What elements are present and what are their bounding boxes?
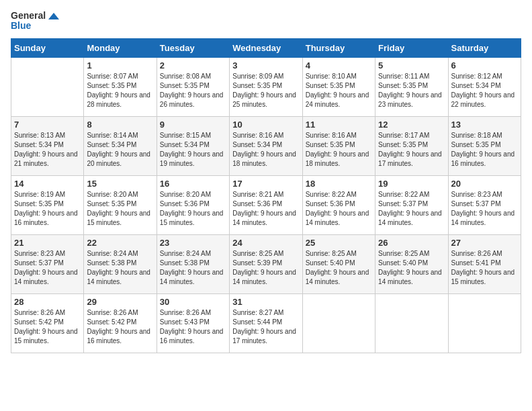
day-info: Sunrise: 8:25 AMSunset: 5:40 PMDaylight:… (306, 249, 372, 287)
day-number: 22 (87, 238, 153, 248)
week-row-4: 21Sunrise: 8:23 AMSunset: 5:37 PMDayligh… (11, 234, 521, 293)
day-cell (375, 293, 448, 353)
day-info: Sunrise: 8:19 AMSunset: 5:35 PMDaylight:… (14, 190, 81, 228)
day-info: Sunrise: 8:16 AMSunset: 5:35 PMDaylight:… (306, 131, 372, 169)
day-cell: 19Sunrise: 8:22 AMSunset: 5:37 PMDayligh… (375, 175, 448, 234)
calendar-table: SundayMondayTuesdayWednesdayThursdayFrid… (11, 38, 521, 353)
day-number: 13 (451, 120, 518, 130)
day-cell: 16Sunrise: 8:20 AMSunset: 5:36 PMDayligh… (157, 175, 229, 234)
day-info: Sunrise: 8:27 AMSunset: 5:44 PMDaylight:… (232, 308, 299, 346)
day-info: Sunrise: 8:26 AMSunset: 5:42 PMDaylight:… (14, 308, 81, 346)
day-number: 21 (14, 238, 81, 248)
day-cell: 7Sunrise: 8:13 AMSunset: 5:34 PMDaylight… (11, 116, 84, 175)
day-info: Sunrise: 8:14 AMSunset: 5:34 PMDaylight:… (87, 131, 153, 169)
day-number: 20 (451, 179, 518, 189)
day-number: 23 (160, 238, 226, 248)
weekday-header-saturday: Saturday (448, 38, 521, 57)
day-cell: 25Sunrise: 8:25 AMSunset: 5:40 PMDayligh… (302, 234, 375, 293)
day-cell: 21Sunrise: 8:23 AMSunset: 5:37 PMDayligh… (11, 234, 84, 293)
day-cell: 11Sunrise: 8:16 AMSunset: 5:35 PMDayligh… (302, 116, 375, 175)
day-info: Sunrise: 8:21 AMSunset: 5:36 PMDaylight:… (232, 190, 299, 228)
day-info: Sunrise: 8:24 AMSunset: 5:38 PMDaylight:… (87, 249, 153, 287)
day-number: 7 (14, 120, 81, 130)
day-number: 18 (306, 179, 372, 189)
day-info: Sunrise: 8:20 AMSunset: 5:36 PMDaylight:… (160, 190, 226, 228)
day-info: Sunrise: 8:13 AMSunset: 5:34 PMDaylight:… (14, 131, 81, 169)
weekday-header-friday: Friday (375, 38, 448, 57)
day-cell: 6Sunrise: 8:12 AMSunset: 5:34 PMDaylight… (448, 57, 521, 116)
day-cell: 5Sunrise: 8:11 AMSunset: 5:35 PMDaylight… (375, 57, 448, 116)
day-number: 10 (232, 120, 299, 130)
day-cell (448, 293, 521, 353)
logo-blue: Blue (11, 21, 59, 31)
day-cell: 4Sunrise: 8:10 AMSunset: 5:35 PMDaylight… (302, 57, 375, 116)
day-info: Sunrise: 8:23 AMSunset: 5:37 PMDaylight:… (451, 190, 518, 228)
day-cell: 9Sunrise: 8:15 AMSunset: 5:34 PMDaylight… (157, 116, 229, 175)
week-row-5: 28Sunrise: 8:26 AMSunset: 5:42 PMDayligh… (11, 293, 521, 353)
day-cell: 20Sunrise: 8:23 AMSunset: 5:37 PMDayligh… (448, 175, 521, 234)
day-cell: 30Sunrise: 8:26 AMSunset: 5:43 PMDayligh… (157, 293, 229, 353)
day-cell: 27Sunrise: 8:26 AMSunset: 5:41 PMDayligh… (448, 234, 521, 293)
day-info: Sunrise: 8:22 AMSunset: 5:36 PMDaylight:… (306, 190, 372, 228)
week-row-2: 7Sunrise: 8:13 AMSunset: 5:34 PMDaylight… (11, 116, 521, 175)
day-cell: 23Sunrise: 8:24 AMSunset: 5:38 PMDayligh… (157, 234, 229, 293)
week-row-1: 1Sunrise: 8:07 AMSunset: 5:35 PMDaylight… (11, 57, 521, 116)
day-number: 6 (451, 60, 518, 71)
day-number: 26 (378, 238, 445, 248)
day-info: Sunrise: 8:26 AMSunset: 5:43 PMDaylight:… (160, 308, 226, 346)
day-info: Sunrise: 8:08 AMSunset: 5:35 PMDaylight:… (160, 72, 226, 109)
weekday-header-thursday: Thursday (302, 38, 375, 57)
day-number: 30 (160, 297, 226, 307)
day-number: 5 (378, 60, 445, 71)
day-number: 24 (232, 238, 299, 248)
day-cell: 22Sunrise: 8:24 AMSunset: 5:38 PMDayligh… (84, 234, 157, 293)
logo-text: General Blue (11, 11, 59, 32)
day-number: 15 (87, 179, 153, 189)
day-cell: 1Sunrise: 8:07 AMSunset: 5:35 PMDaylight… (84, 57, 157, 116)
day-cell: 31Sunrise: 8:27 AMSunset: 5:44 PMDayligh… (230, 293, 302, 353)
day-cell: 14Sunrise: 8:19 AMSunset: 5:35 PMDayligh… (11, 175, 84, 234)
day-cell: 12Sunrise: 8:17 AMSunset: 5:35 PMDayligh… (375, 116, 448, 175)
day-cell: 24Sunrise: 8:25 AMSunset: 5:39 PMDayligh… (230, 234, 302, 293)
day-number: 28 (14, 297, 81, 307)
day-info: Sunrise: 8:16 AMSunset: 5:34 PMDaylight:… (232, 131, 299, 169)
day-info: Sunrise: 8:09 AMSunset: 5:35 PMDaylight:… (232, 72, 299, 109)
day-cell: 8Sunrise: 8:14 AMSunset: 5:34 PMDaylight… (84, 116, 157, 175)
week-row-3: 14Sunrise: 8:19 AMSunset: 5:35 PMDayligh… (11, 175, 521, 234)
day-number: 1 (87, 60, 153, 71)
day-cell: 13Sunrise: 8:18 AMSunset: 5:35 PMDayligh… (448, 116, 521, 175)
day-info: Sunrise: 8:25 AMSunset: 5:40 PMDaylight:… (378, 249, 445, 287)
day-info: Sunrise: 8:26 AMSunset: 5:42 PMDaylight:… (87, 308, 153, 346)
day-number: 12 (378, 120, 445, 130)
day-info: Sunrise: 8:18 AMSunset: 5:35 PMDaylight:… (451, 131, 518, 169)
day-cell: 2Sunrise: 8:08 AMSunset: 5:35 PMDaylight… (157, 57, 229, 116)
day-number: 9 (160, 120, 226, 130)
day-info: Sunrise: 8:12 AMSunset: 5:34 PMDaylight:… (451, 72, 518, 109)
day-info: Sunrise: 8:07 AMSunset: 5:35 PMDaylight:… (87, 72, 153, 109)
day-cell: 10Sunrise: 8:16 AMSunset: 5:34 PMDayligh… (230, 116, 302, 175)
day-info: Sunrise: 8:20 AMSunset: 5:35 PMDaylight:… (87, 190, 153, 228)
day-cell (302, 293, 375, 353)
weekday-header-wednesday: Wednesday (230, 38, 302, 57)
page-header: General Blue (11, 11, 521, 32)
day-number: 17 (232, 179, 299, 189)
day-number: 8 (87, 120, 153, 130)
day-number: 14 (14, 179, 81, 189)
day-number: 11 (306, 120, 372, 130)
day-number: 4 (306, 60, 372, 71)
day-info: Sunrise: 8:17 AMSunset: 5:35 PMDaylight:… (378, 131, 445, 169)
weekday-header-sunday: Sunday (11, 38, 84, 57)
day-cell (11, 57, 84, 116)
day-cell: 17Sunrise: 8:21 AMSunset: 5:36 PMDayligh… (230, 175, 302, 234)
day-cell: 3Sunrise: 8:09 AMSunset: 5:35 PMDaylight… (230, 57, 302, 116)
day-number: 2 (160, 60, 226, 71)
day-number: 19 (378, 179, 445, 189)
day-cell: 28Sunrise: 8:26 AMSunset: 5:42 PMDayligh… (11, 293, 84, 353)
day-cell: 26Sunrise: 8:25 AMSunset: 5:40 PMDayligh… (375, 234, 448, 293)
day-info: Sunrise: 8:25 AMSunset: 5:39 PMDaylight:… (232, 249, 299, 287)
day-number: 3 (232, 60, 299, 71)
day-cell: 29Sunrise: 8:26 AMSunset: 5:42 PMDayligh… (84, 293, 157, 353)
day-info: Sunrise: 8:24 AMSunset: 5:38 PMDaylight:… (160, 249, 226, 287)
weekday-header-row: SundayMondayTuesdayWednesdayThursdayFrid… (11, 38, 521, 57)
day-cell: 15Sunrise: 8:20 AMSunset: 5:35 PMDayligh… (84, 175, 157, 234)
